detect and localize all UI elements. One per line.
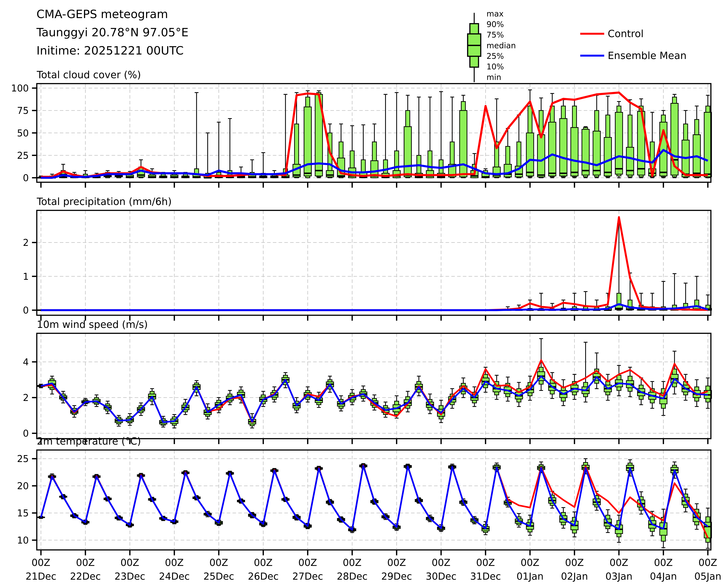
x-tick-hour-label: 00Z [298, 557, 317, 568]
x-tick-hour-label: 00Z [654, 557, 673, 568]
panel-wind_speed_10m: 02410m wind speed (m/s) [23, 319, 711, 444]
y-tick-label: 100 [11, 83, 29, 94]
y-tick-label: 1 [23, 271, 29, 282]
panel-total_cloud_cover: 0255075100Total cloud cover (%) [11, 69, 711, 188]
x-tick-day-label: 28Dec [337, 571, 367, 582]
y-tick-label: 0 [23, 172, 29, 183]
y-tick-label: 75 [17, 105, 29, 116]
x-tick-hour-label: 00Z [165, 557, 184, 568]
y-tick-label: 25 [17, 150, 29, 161]
x-tick-day-label: 02Jan [561, 571, 588, 582]
x-tick-day-label: 31Dec [470, 571, 501, 582]
x-tick-hour-label: 00Z [31, 557, 50, 568]
panel-temperature_2m: 101520252m temperature (°C) [17, 435, 711, 555]
x-tick-day-label: 27Dec [292, 571, 323, 582]
x-tick-hour-label: 00Z [254, 557, 273, 568]
y-tick-label: 10 [17, 535, 29, 546]
x-tick-hour-label: 00Z [476, 557, 495, 568]
y-tick-label: 20 [17, 480, 29, 491]
x-tick-day-label: 30Dec [426, 571, 456, 582]
panel-title-total_precipitation: Total precipitation (mm/6h) [37, 196, 172, 207]
meteogram-chart: 0255075100Total cloud cover (%)012Total … [0, 0, 728, 587]
x-tick-hour-label: 00Z [432, 557, 450, 568]
x-tick-hour-label: 00Z [521, 557, 539, 568]
x-tick-hour-label: 00Z [120, 557, 139, 568]
panel-title-temperature_2m: 2m temperature (°C) [37, 435, 141, 447]
y-tick-label: 25 [17, 453, 29, 464]
x-tick-day-label: 29Dec [381, 571, 412, 582]
y-tick-label: 0 [23, 305, 29, 316]
y-tick-label: 2 [23, 237, 29, 248]
x-tick-day-label: 03Jan [606, 571, 633, 582]
panel-total_precipitation: 012Total precipitation (mm/6h) [23, 196, 711, 321]
x-tick-hour-label: 00Z [76, 557, 95, 568]
x-tick-day-label: 26Dec [248, 571, 279, 582]
x-tick-hour-label: 00Z [610, 557, 628, 568]
x-tick-hour-label: 00Z [699, 557, 717, 568]
panel-title-wind_speed_10m: 10m wind speed (m/s) [37, 319, 148, 330]
x-tick-day-label: 21Dec [26, 571, 56, 582]
y-tick-label: 50 [17, 128, 29, 139]
x-tick-day-label: 23Dec [114, 571, 145, 582]
x-tick-hour-label: 00Z [343, 557, 361, 568]
x-tick-hour-label: 00Z [209, 557, 228, 568]
meteogram-page: CMA-GEPS meteogram Taunggyi 20.78°N 97.0… [0, 0, 728, 587]
x-tick-day-label: 05Jan [695, 571, 722, 582]
y-tick-label: 4 [23, 357, 29, 368]
y-tick-label: 2 [23, 392, 29, 403]
x-tick-day-label: 04Jan [650, 571, 677, 582]
x-tick-day-label: 22Dec [70, 571, 101, 582]
panel-title-total_cloud_cover: Total cloud cover (%) [37, 69, 141, 80]
x-tick-hour-label: 00Z [565, 557, 584, 568]
x-tick-day-label: 01Jan [517, 571, 544, 582]
y-tick-label: 15 [17, 508, 29, 519]
x-tick-day-label: 25Dec [203, 571, 234, 582]
y-tick-label: 0 [23, 428, 29, 439]
x-tick-hour-label: 00Z [387, 557, 406, 568]
x-tick-day-label: 24Dec [159, 571, 190, 582]
